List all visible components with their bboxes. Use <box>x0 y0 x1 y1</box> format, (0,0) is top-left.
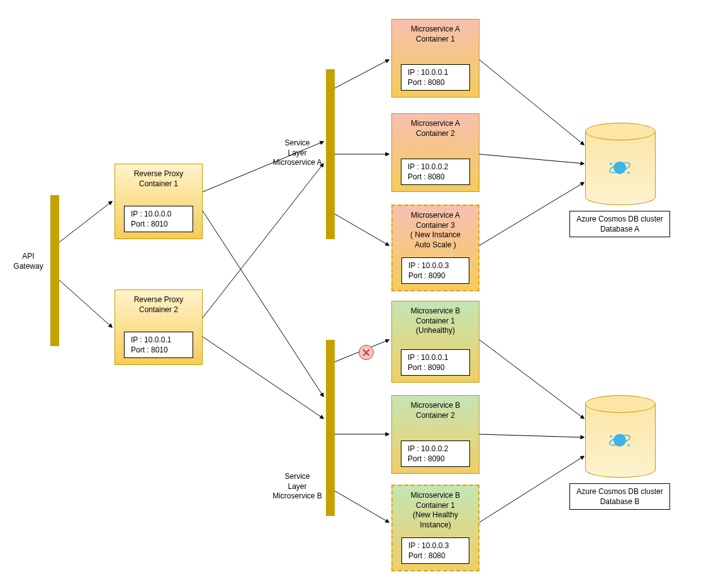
svg-line-4 <box>203 164 323 318</box>
ms-a-3-ip: IP : 10.0.0.3 <box>408 261 465 271</box>
ms-b-container-3: Microservice B Container 1 (New Healthy … <box>391 485 479 571</box>
svg-line-3 <box>203 211 323 396</box>
database-a <box>585 123 654 205</box>
reverse-proxy-1-ip: IP : 10.0.0.0 <box>131 209 189 219</box>
ms-a-container-2: Microservice A Container 2 IP : 10.0.0.2… <box>391 113 479 192</box>
svg-line-6 <box>335 60 389 88</box>
reverse-proxy-1-info: IP : 10.0.0.0 Port : 8010 <box>124 206 193 232</box>
svg-line-8 <box>335 214 389 245</box>
ms-a-2-port: Port : 8080 <box>408 172 466 182</box>
ms-b-2-port: Port : 8090 <box>408 454 466 464</box>
database-a-label: Azure Cosmos DB cluster Database A <box>569 211 670 237</box>
ms-a-1-info: IP : 10.0.0.1 Port : 8080 <box>401 64 470 91</box>
ms-a-3-title: Microservice A Container 3 ( New Instanc… <box>393 206 478 250</box>
reverse-proxy-1-port: Port : 8010 <box>131 219 189 229</box>
svg-line-5 <box>203 337 323 418</box>
svg-line-11 <box>335 491 389 522</box>
svg-line-13 <box>479 154 584 164</box>
ms-b-3-port: Port : 8080 <box>408 551 465 561</box>
ms-a-2-ip: IP : 10.0.0.2 <box>408 162 466 172</box>
service-a-bar <box>326 69 335 239</box>
ms-b-container-2: Microservice B Container 2 IP : 10.0.0.2… <box>391 395 479 474</box>
svg-line-1 <box>59 280 112 327</box>
reverse-proxy-2-info: IP : 10.0.0.1 Port : 8010 <box>124 332 193 358</box>
ms-a-3-info: IP : 10.0.0.3 Port : 8090 <box>401 257 469 284</box>
ms-b-1-ip: IP : 10.0.0.1 <box>408 352 466 362</box>
reverse-proxy-1-title: Reverse Proxy Container 1 <box>115 164 202 189</box>
ms-b-1-title: Microservice B Container 1 (Unhealthy) <box>392 301 479 336</box>
ms-b-2-info: IP : 10.0.0.2 Port : 8090 <box>401 441 470 467</box>
diagram-canvas: API Gateway Reverse Proxy Container 1 IP… <box>0 0 728 584</box>
ms-a-3-port: Port : 8090 <box>408 271 465 281</box>
database-b <box>585 395 654 477</box>
ms-b-3-title: Microservice B Container 1 (New Healthy … <box>393 486 478 530</box>
service-b-label: Service Layer Microservice B <box>271 472 324 502</box>
svg-line-17 <box>479 456 584 522</box>
reverse-proxy-container-1: Reverse Proxy Container 1 IP : 10.0.0.0 … <box>115 164 203 239</box>
api-gateway-label: API Gateway <box>9 252 47 271</box>
database-b-label: Azure Cosmos DB cluster Database B <box>569 483 670 510</box>
ms-b-2-title: Microservice B Container 2 <box>392 396 479 420</box>
svg-line-16 <box>479 434 584 437</box>
ms-b-3-ip: IP : 10.0.0.3 <box>408 541 465 551</box>
ms-b-1-port: Port : 8090 <box>408 362 466 373</box>
ms-b-2-ip: IP : 10.0.0.2 <box>408 444 466 454</box>
api-gateway-bar <box>50 195 59 346</box>
ms-b-container-1: Microservice B Container 1 (Unhealthy) I… <box>391 301 479 383</box>
ms-a-1-title: Microservice A Container 1 <box>392 20 479 44</box>
ms-a-2-title: Microservice A Container 2 <box>392 114 479 138</box>
ms-a-2-info: IP : 10.0.0.2 Port : 8080 <box>401 159 470 185</box>
service-a-label: Service Layer Microservice A <box>271 138 324 168</box>
ms-b-1-info: IP : 10.0.0.1 Port : 8090 <box>401 349 470 376</box>
ms-a-1-ip: IP : 10.0.0.1 <box>408 67 466 77</box>
cosmos-db-icon <box>608 429 631 456</box>
error-icon <box>359 345 374 360</box>
service-b-bar <box>326 340 335 516</box>
svg-line-12 <box>479 60 584 145</box>
svg-line-14 <box>479 182 584 245</box>
reverse-proxy-container-2: Reverse Proxy Container 2 IP : 10.0.0.1 … <box>115 289 203 365</box>
reverse-proxy-2-port: Port : 8010 <box>131 345 189 355</box>
ms-a-1-port: Port : 8080 <box>408 77 466 87</box>
cosmos-db-icon <box>608 157 631 184</box>
reverse-proxy-2-title: Reverse Proxy Container 2 <box>115 290 202 315</box>
reverse-proxy-2-ip: IP : 10.0.0.1 <box>131 335 189 345</box>
ms-a-container-3: Microservice A Container 3 ( New Instanc… <box>391 205 479 291</box>
svg-line-15 <box>479 340 584 418</box>
ms-a-container-1: Microservice A Container 1 IP : 10.0.0.1… <box>391 19 479 98</box>
ms-b-3-info: IP : 10.0.0.3 Port : 8080 <box>401 537 469 564</box>
svg-line-0 <box>59 201 112 242</box>
